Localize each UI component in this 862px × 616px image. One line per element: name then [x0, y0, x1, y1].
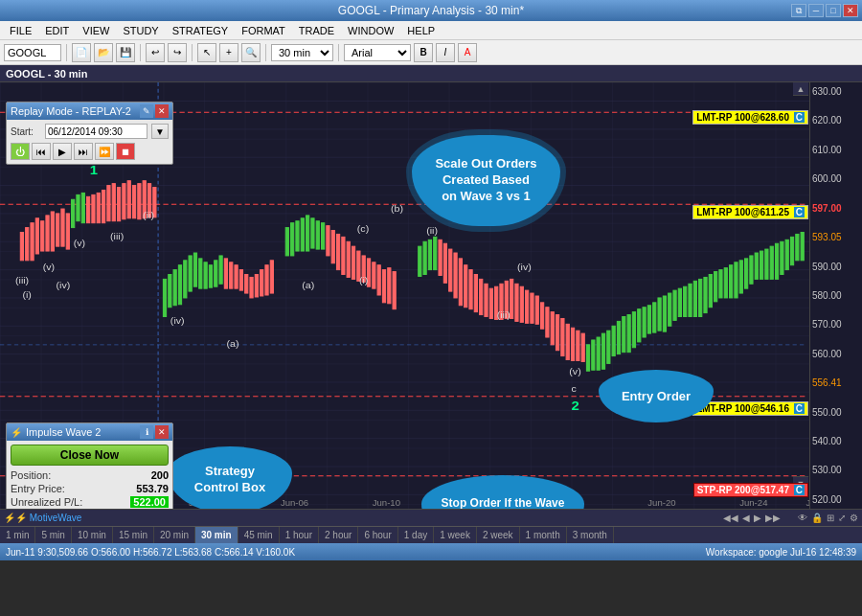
minimize-btn[interactable]: ─: [808, 4, 824, 17]
maximize-btn[interactable]: □: [826, 4, 841, 17]
menu-format[interactable]: FORMAT: [236, 23, 291, 38]
replay-end-btn[interactable]: ⏩: [95, 143, 114, 160]
stp-label[interactable]: STP-RP 200@517.47 C: [693, 483, 808, 497]
menu-window[interactable]: WINDOW: [342, 23, 399, 38]
replay-stop-btn[interactable]: ⏹: [116, 143, 135, 160]
menu-help[interactable]: HELP: [401, 23, 441, 38]
svg-rect-141: [658, 298, 661, 331]
color-btn[interactable]: A: [458, 43, 477, 62]
svg-text:(a): (a): [302, 281, 314, 291]
replay-play-btn[interactable]: ▶: [53, 143, 72, 160]
open-btn[interactable]: 📂: [94, 43, 113, 62]
svg-rect-101: [454, 253, 457, 298]
tab-3month[interactable]: 3 month: [567, 527, 614, 544]
svg-rect-145: [678, 288, 681, 316]
svg-rect-108: [489, 288, 492, 318]
close-now-button[interactable]: Close Now: [11, 445, 169, 466]
menu-edit[interactable]: EDIT: [39, 23, 75, 38]
impulse-close-btn[interactable]: ✕: [155, 425, 169, 439]
symbol-input[interactable]: [4, 44, 61, 61]
lmt-label-1[interactable]: LMT-RP 100@628.60 C: [692, 110, 808, 125]
tab-1hour[interactable]: 1 hour: [280, 527, 319, 544]
svg-rect-56: [193, 253, 196, 286]
menu-study[interactable]: STUDY: [117, 23, 164, 38]
font-select[interactable]: Arial: [344, 44, 411, 61]
replay-edit-btn[interactable]: ✎: [140, 104, 153, 118]
tab-6hour[interactable]: 6 hour: [358, 527, 397, 544]
replay-step-btn[interactable]: ⏭: [74, 143, 93, 160]
tab-10min[interactable]: 10 min: [72, 527, 113, 544]
replay-start-label: Start:: [11, 126, 41, 137]
restore-btn[interactable]: ⧉: [791, 4, 806, 17]
replay-dropdown-btn[interactable]: ▼: [151, 124, 169, 139]
tab-1min[interactable]: 1 min: [0, 527, 35, 544]
zoom-fit-icon[interactable]: ⤢: [838, 513, 846, 523]
svg-rect-42: [117, 188, 120, 221]
svg-text:(iv): (iv): [57, 281, 71, 291]
lmt-label-3[interactable]: LMT-RP 100@546.16 C: [692, 401, 808, 416]
redo-btn[interactable]: ↪: [168, 43, 187, 62]
svg-text:Jun-10: Jun-10: [373, 498, 400, 508]
tab-2week[interactable]: 2 week: [477, 527, 520, 544]
save-btn[interactable]: 💾: [116, 43, 135, 62]
menu-bar: FILE EDIT VIEW STUDY STRATEGY FORMAT TRA…: [0, 21, 862, 40]
replay-panel: Replay Mode - REPLAY-2 ✎ ✕ Start: ▼ ⏻ ⏮ …: [6, 102, 173, 165]
menu-file[interactable]: FILE: [4, 23, 37, 38]
eye-icon[interactable]: 👁: [798, 513, 807, 523]
tab-45min[interactable]: 45 min: [238, 527, 280, 544]
nav-next-next[interactable]: ▶▶: [765, 513, 781, 523]
grid-icon[interactable]: ⊞: [827, 513, 834, 523]
tab-15min[interactable]: 15 min: [113, 527, 154, 544]
tab-30min[interactable]: 30 min: [195, 527, 238, 544]
menu-trade[interactable]: TRADE: [293, 23, 340, 38]
new-btn[interactable]: 📄: [72, 43, 91, 62]
tab-20min[interactable]: 20 min: [154, 527, 195, 544]
svg-rect-72: [285, 228, 288, 256]
menu-view[interactable]: VIEW: [77, 23, 115, 38]
replay-power-btn[interactable]: ⏻: [11, 143, 30, 160]
lock-icon[interactable]: 🔒: [811, 513, 823, 523]
lmt-label-2[interactable]: LMT-RP 100@611.25 C: [692, 205, 808, 219]
nav-prev[interactable]: ◀: [742, 513, 750, 523]
nav-next[interactable]: ▶: [754, 513, 761, 523]
tab-1week[interactable]: 1 week: [434, 527, 477, 544]
status-bar: Jun-11 9:30,509.66 O:566.00 H:566.72 L:5…: [0, 543, 862, 560]
replay-rewind-btn[interactable]: ⏮: [32, 143, 51, 160]
zoom-btn[interactable]: 🔍: [241, 43, 261, 62]
svg-rect-83: [342, 237, 345, 274]
tab-1day[interactable]: 1 day: [398, 527, 434, 544]
replay-start-row: Start: ▼: [11, 124, 169, 139]
svg-rect-44: [127, 181, 130, 218]
replay-close-btn[interactable]: ✕: [155, 104, 169, 118]
svg-rect-169: [801, 232, 804, 260]
tab-5min[interactable]: 5 min: [35, 527, 71, 544]
settings-icon[interactable]: ⚙: [850, 513, 858, 523]
svg-rect-147: [689, 284, 692, 316]
svg-rect-123: [566, 324, 569, 359]
crosshair-btn[interactable]: +: [219, 43, 238, 62]
nav-prev-prev[interactable]: ◀◀: [723, 513, 738, 523]
svg-rect-74: [296, 221, 299, 251]
replay-start-input[interactable]: [45, 124, 147, 139]
undo-btn[interactable]: ↩: [146, 43, 165, 62]
close-btn[interactable]: ✕: [843, 4, 858, 17]
svg-rect-92: [388, 268, 391, 304]
svg-rect-130: [601, 333, 604, 369]
tab-2hour[interactable]: 2 hour: [319, 527, 358, 544]
impulse-info-btn[interactable]: ℹ: [140, 425, 153, 439]
time-tabs: 1 min 5 min 10 min 15 min 20 min 30 min …: [0, 526, 862, 543]
bold-btn[interactable]: B: [414, 43, 433, 62]
svg-rect-159: [750, 256, 753, 284]
interval-select[interactable]: 30 min 1 min 5 min 1 hour: [271, 44, 333, 61]
cursor-btn[interactable]: ↖: [197, 43, 216, 62]
title-bar: GOOGL - Primary Analysis - 30 min* ⧉ ─ □…: [0, 0, 862, 21]
svg-rect-146: [684, 286, 687, 316]
svg-rect-129: [597, 337, 600, 370]
tab-1month[interactable]: 1 month: [520, 527, 567, 544]
chart-main[interactable]: 1 (v) (v) (iii) (iii) (i) (iv) (ii) (iv)…: [0, 82, 862, 509]
scroll-up-btn[interactable]: ▲: [793, 82, 808, 96]
svg-text:(v): (v): [74, 239, 85, 249]
menu-strategy[interactable]: STRATEGY: [167, 23, 234, 38]
italic-btn[interactable]: I: [436, 43, 455, 62]
svg-text:Jun-06: Jun-06: [281, 498, 308, 508]
